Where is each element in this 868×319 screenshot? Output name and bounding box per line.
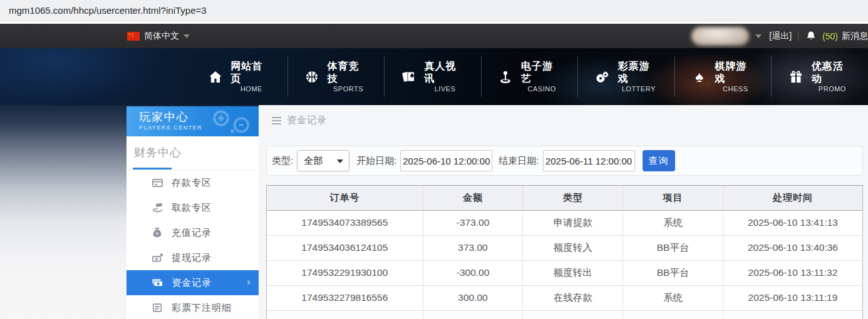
sidebar-banner: 玩家中心 PLAYERS CENTER xyxy=(127,106,259,136)
nav-item-casino[interactable]: 电子游艺 CASINO xyxy=(481,56,578,98)
table-row: 1749532279816556 300.00 在线存款 系统 2025-06-… xyxy=(267,285,862,310)
cell-type: 申请提款 xyxy=(523,210,623,235)
nav-label-zh: 真人视讯 xyxy=(424,60,465,85)
cell-amount: -300.00 xyxy=(423,260,523,285)
spade-icon: ♠ xyxy=(690,69,708,84)
svg-text:¥: ¥ xyxy=(156,231,158,236)
nav-label-en: PROMO xyxy=(819,85,846,94)
deposit-card-icon xyxy=(150,177,164,189)
lottery-balls-icon xyxy=(593,69,611,84)
cash-out-icon xyxy=(150,252,164,264)
table-header-row: 订单号 金额 类型 项目 处理时间 xyxy=(267,186,862,210)
header-project: 项目 xyxy=(623,186,723,210)
nav-item-lives[interactable]: 真人视讯 LIVES xyxy=(384,56,481,98)
header-type: 类型 xyxy=(523,186,623,210)
banknotes-icon xyxy=(150,277,164,289)
sidebar-item-label: 取款专区 xyxy=(172,202,212,214)
bell-icon[interactable] xyxy=(806,31,816,41)
nav-item-promo[interactable]: 优惠活动 PROMO xyxy=(771,56,868,98)
nav-label-zh: 优惠活动 xyxy=(812,60,853,85)
cell-order-no: 1749534036124105 xyxy=(267,235,423,260)
sidebar: 玩家中心 PLAYERS CENTER 财务中心 存款专区 xyxy=(127,106,259,319)
playing-cards-icon xyxy=(400,69,418,84)
table-row: 1749534073389565 -373.00 申请提款 系统 2025-06… xyxy=(267,210,862,235)
sidebar-item-label: 彩票下注明细 xyxy=(172,302,232,314)
cell-project: 系统 xyxy=(623,210,723,235)
basketball-icon xyxy=(303,69,321,84)
money-bag-icon: ¥ xyxy=(150,227,164,238)
sidebar-item-withdrawal-record[interactable]: 提现记录 xyxy=(127,245,259,270)
nav-item-lottery[interactable]: 彩票游戏 LOTTERY xyxy=(577,56,674,98)
sidebar-item-label: 存款专区 xyxy=(172,177,212,189)
nav-label-zh: 彩票游戏 xyxy=(618,60,659,85)
select-caret-icon xyxy=(337,160,343,163)
cell-amount: 300.00 xyxy=(423,285,523,310)
cell-process-time: 2025-06-10 13:11:19 xyxy=(723,285,862,310)
end-date-label: 结束日期: xyxy=(499,155,539,167)
nav-label-zh: 网站首页 xyxy=(230,60,272,85)
cell-process-time: 2025-06-10 13:11:32 xyxy=(723,260,862,285)
cell-project xyxy=(623,310,723,319)
nav-label-en: HOME xyxy=(240,85,262,94)
breadcrumb: 资金记录 xyxy=(272,114,327,126)
hand-money-icon xyxy=(150,202,164,214)
header-amount: 金额 xyxy=(423,186,523,210)
nav-menu: 网站首页 HOME 体育竞技 SPORTS xyxy=(191,48,868,105)
cell-order-no: 1749532279816556 xyxy=(267,285,423,310)
filter-bar: 类型: 全部 开始日期: 2025-06-10 12:00:00 结束日期: 2… xyxy=(266,146,863,176)
cell-type: 在线存款 xyxy=(523,285,623,310)
start-date-input[interactable]: 2025-06-10 12:00:00 xyxy=(400,150,492,171)
user-menu-caret-icon[interactable] xyxy=(755,34,762,38)
main-navigation: 网站首页 HOME 体育竞技 SPORTS xyxy=(0,48,868,105)
nav-label-en: SPORTS xyxy=(333,85,363,94)
nav-label-en: CASINO xyxy=(528,85,556,94)
language-label: 简体中文 xyxy=(144,31,179,42)
header-process-time: 处理时间 xyxy=(723,186,862,210)
header-order-no: 订单号 xyxy=(267,186,423,210)
cell-project: BB平台 xyxy=(623,260,723,285)
list-document-icon xyxy=(150,302,164,313)
sidebar-item-label: 资金记录 xyxy=(172,277,212,289)
username-blurred[interactable] xyxy=(691,27,749,46)
joystick-icon xyxy=(497,69,515,84)
user-area: [退出] (50) 新消息 xyxy=(691,24,868,48)
nav-label-zh: 体育竞技 xyxy=(328,60,369,85)
message-count[interactable]: (50) xyxy=(822,31,838,41)
home-icon xyxy=(206,69,224,84)
language-selector[interactable]: 简体中文 xyxy=(127,24,190,48)
search-button[interactable]: 查询 xyxy=(643,150,675,171)
sidebar-item-withdraw-zone[interactable]: 取款专区 xyxy=(127,195,259,220)
logout-link[interactable]: [退出] xyxy=(769,31,792,42)
cell-process-time: 2025-06-10 13:40:36 xyxy=(723,235,862,260)
nav-label-en: LIVES xyxy=(435,85,456,94)
sidebar-item-funds-record[interactable]: 资金记录 › xyxy=(127,270,259,295)
sidebar-item-deposit-zone[interactable]: 存款专区 xyxy=(127,170,259,195)
start-date-label: 开始日期: xyxy=(356,155,396,167)
browser-url-bar[interactable]: mgm1065.com/hhcp/usercenter.html?iniType… xyxy=(0,0,868,21)
cell-order-no: 1749532291930100 xyxy=(267,260,423,285)
cell-amount: 373.00 xyxy=(423,235,523,260)
nav-item-sports[interactable]: 体育竞技 SPORTS xyxy=(287,56,385,98)
gamepad-icon xyxy=(210,108,255,136)
type-select[interactable]: 全部 xyxy=(297,150,349,171)
cell-amount xyxy=(423,310,523,319)
sidebar-item-lottery-bet-detail[interactable]: 彩票下注明细 xyxy=(127,295,259,319)
sidebar-menu: 存款专区 取款专区 ¥ 充值记录 提现记录 xyxy=(127,170,259,319)
end-date-input[interactable]: 2025-06-11 12:00:00 xyxy=(543,150,635,171)
sidebar-section-underline xyxy=(133,168,172,170)
breadcrumb-label: 资金记录 xyxy=(287,114,327,126)
top-utility-bar: 简体中文 [退出] (50) 新消息 xyxy=(0,24,868,48)
sidebar-section-label: 财务中心 xyxy=(134,146,182,159)
sidebar-item-recharge-record[interactable]: ¥ 充值记录 xyxy=(127,220,259,245)
page: mgm1065.com/hhcp/usercenter.html?iniType… xyxy=(0,0,868,319)
nav-item-chess[interactable]: ♠ 棋牌游戏 CHESS xyxy=(674,56,772,98)
table-row: 1749532291930100 -300.00 额度转出 BB平台 2025-… xyxy=(267,260,862,285)
messages-label[interactable]: 新消息 xyxy=(842,31,868,42)
topbar-divider xyxy=(798,31,798,41)
cell-project: 系统 xyxy=(623,285,723,310)
cell-process-time: 2025-06-10 13:41:13 xyxy=(723,210,862,235)
china-flag-icon xyxy=(127,32,140,41)
language-caret-icon xyxy=(183,34,190,38)
nav-item-home[interactable]: 网站首页 HOME xyxy=(191,56,287,98)
funds-record-table: 订单号 金额 类型 项目 处理时间 1749534073389565 -373.… xyxy=(266,185,863,319)
